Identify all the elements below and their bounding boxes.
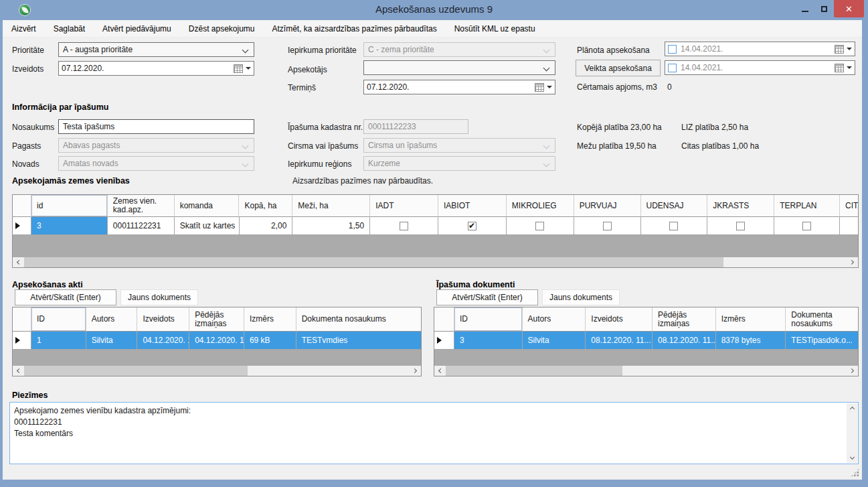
units-header-mezi[interactable]: Meži, ha (292, 195, 370, 217)
units-grid-hscrollbar[interactable] (13, 257, 858, 267)
veikta-checkbox[interactable] (668, 64, 677, 72)
dokumenti-cell-id[interactable]: 3 (454, 332, 523, 350)
dokumenti-cell-izmainas[interactable]: 08.12.2020. 11... (653, 332, 716, 350)
units-cell-id[interactable]: 3 (31, 217, 108, 235)
close-button[interactable]: ✕ (834, 0, 864, 17)
units-header-kad-apz[interactable]: Zemes vien. kad.apz. (108, 195, 175, 217)
menu-item-atvert-piedavajumu[interactable]: Atvērt piedāvājumu (94, 21, 180, 36)
jkrasts-checkbox[interactable] (736, 222, 745, 230)
units-header-komanda[interactable]: komanda (175, 195, 240, 217)
menu-item-dzest-apsekojumu[interactable]: Dzēst apsekojumu (180, 21, 264, 36)
dokumenti-header-id[interactable]: ID (454, 307, 523, 332)
scroll-track[interactable] (24, 366, 410, 376)
units-cell-iadt[interactable] (370, 217, 438, 235)
units-cell-purvuaj[interactable] (574, 217, 641, 235)
akti-cell-nosaukums[interactable]: TESTvmdies (296, 332, 421, 350)
units-header-kopa[interactable]: Kopā, ha (239, 195, 292, 217)
dokumenti-cell-autors[interactable]: Silvita (523, 332, 586, 350)
units-table-row[interactable]: 3 00011122231 Skatīt uz kartes 2,00 1,50 (13, 217, 858, 235)
scroll-thumb[interactable] (24, 257, 723, 267)
scroll-track[interactable] (446, 366, 847, 376)
units-header-udensaj[interactable]: UDENSAJ (641, 195, 708, 217)
scroll-track[interactable] (24, 257, 847, 267)
units-header-iabiot[interactable]: IABIOT (438, 195, 507, 217)
menu-item-saglabat[interactable]: Saglabāt (45, 21, 94, 36)
scroll-left-button[interactable] (13, 257, 24, 267)
units-header-terplan[interactable]: TERPLAN (774, 195, 840, 217)
akti-new-document-button[interactable]: Jauns dokuments (120, 289, 198, 305)
akti-cell-izveidots[interactable]: 04.12.2020. 16... (137, 332, 189, 350)
scroll-thumb[interactable] (24, 366, 248, 376)
units-cell-mikrolieg[interactable] (507, 217, 574, 235)
minimize-button[interactable] (795, 0, 814, 17)
scroll-left-button[interactable] (13, 366, 24, 376)
dokumenti-header-izmers[interactable]: Izmērs (716, 307, 786, 332)
terplan-checkbox[interactable] (802, 222, 811, 230)
apsekotajs-combo[interactable] (363, 60, 555, 75)
mikrolieg-checkbox[interactable] (535, 222, 544, 230)
units-cell-cit[interactable] (840, 217, 858, 235)
purvuaj-checkbox[interactable] (603, 222, 612, 230)
dokumenti-header-izmainas[interactable]: Pēdējās izmaiņas (653, 307, 716, 332)
dokumenti-header-nosaukums[interactable]: Dokumenta nosaukums (786, 307, 858, 332)
veikta-apsekosana-datepicker[interactable]: 14.04.2021. (665, 60, 855, 75)
units-cell-jkrasts[interactable] (707, 217, 774, 235)
dokumenti-new-document-button[interactable]: Jauns dokuments (542, 289, 620, 305)
iadt-checkbox[interactable] (400, 222, 408, 230)
dokumenti-cell-nosaukums[interactable]: TESTipasdok.o... (786, 332, 858, 350)
maximize-button[interactable] (814, 0, 834, 17)
scroll-left-button[interactable] (434, 366, 446, 376)
akti-table-row[interactable]: 1 Silvita 04.12.2020. 16... 04.12.2020. … (13, 332, 421, 350)
termins-datepicker[interactable]: 07.12.2020. (363, 80, 555, 94)
row-selector-cell[interactable] (434, 332, 454, 350)
scroll-right-button[interactable] (847, 366, 858, 376)
akti-header-izmers[interactable]: Izmērs (244, 307, 296, 332)
akti-cell-izmainas[interactable]: 04.12.2020. 16... (189, 332, 244, 350)
units-header-id[interactable]: id (31, 195, 108, 217)
izveidots-datepicker[interactable]: 07.12.2020. (58, 61, 254, 76)
units-cell-mezi[interactable]: 1,50 (292, 217, 370, 235)
row-selector-cell[interactable] (13, 332, 31, 350)
akti-header-izveidots[interactable]: Izveidots (137, 307, 189, 332)
menu-item-aizvert[interactable]: Aizvērt (3, 21, 45, 36)
akti-open-button[interactable]: Atvērt/Skatīt (Enter) (15, 289, 116, 305)
akti-grid-hscrollbar[interactable] (13, 366, 421, 376)
units-cell-terplan[interactable] (774, 217, 840, 235)
akti-cell-autors[interactable]: Silvita (86, 332, 138, 350)
units-cell-komanda[interactable]: Skatīt uz kartes (175, 217, 240, 235)
units-cell-iabiot[interactable] (438, 217, 507, 235)
dokumenti-cell-izmers[interactable]: 8378 bytes (716, 332, 786, 350)
dokumenti-open-button[interactable]: Atvērt/Skatīt (Enter) (436, 289, 538, 305)
menu-item-nosutit-kml[interactable]: Nosūtīt KML uz epastu (446, 21, 544, 36)
scroll-right-button[interactable] (410, 366, 421, 376)
akti-header-autors[interactable]: Autors (86, 307, 138, 332)
units-cell-udensaj[interactable] (641, 217, 708, 235)
akti-header-izmainas[interactable]: Pēdējās izmaiņas (189, 307, 244, 332)
units-header-iadt[interactable]: IADT (370, 195, 438, 217)
piezimes-vscrollbar[interactable] (847, 403, 857, 463)
dokumenti-header-izveidots[interactable]: Izveidots (586, 307, 653, 332)
iabiot-checkbox[interactable] (468, 222, 476, 230)
planota-checkbox[interactable] (668, 45, 677, 54)
akti-header-nosaukums[interactable]: Dokumenta nosaukums (296, 307, 421, 332)
piezimes-textarea[interactable]: Apsekojamo zemes vienību kadastra apzīmē… (9, 402, 859, 464)
dokumenti-cell-izveidots[interactable]: 08.12.2020. 11... (586, 332, 653, 350)
units-cell-kad-apz[interactable]: 00011122231 (108, 217, 175, 235)
akti-header-id[interactable]: ID (31, 307, 86, 332)
units-header-mikrolieg[interactable]: MIKROLIEG (507, 195, 574, 217)
units-header-purvuaj[interactable]: PURVUAJ (574, 195, 641, 217)
dokumenti-grid-hscrollbar[interactable] (434, 366, 858, 376)
scroll-right-button[interactable] (847, 257, 858, 267)
veikta-apsekosana-button[interactable]: Veikta apsekošana (576, 60, 661, 76)
units-cell-kopa[interactable]: 2,00 (240, 217, 293, 235)
planota-apsekosana-datepicker[interactable]: 14.04.2021. (665, 42, 855, 56)
udensaj-checkbox[interactable] (669, 222, 678, 230)
row-selector-cell[interactable] (13, 217, 31, 235)
nosaukums-input[interactable]: Testa īpašums (58, 119, 254, 134)
dokumenti-header-autors[interactable]: Autors (523, 307, 586, 332)
units-header-cit[interactable]: CIT. (840, 195, 858, 217)
dokumenti-table-row[interactable]: 3 Silvita 08.12.2020. 11... 08.12.2020. … (434, 332, 858, 350)
scroll-thumb[interactable] (446, 366, 622, 376)
prioritate-combo[interactable]: A - augsta prioritāte (58, 42, 254, 57)
scroll-down-button[interactable] (847, 453, 857, 463)
